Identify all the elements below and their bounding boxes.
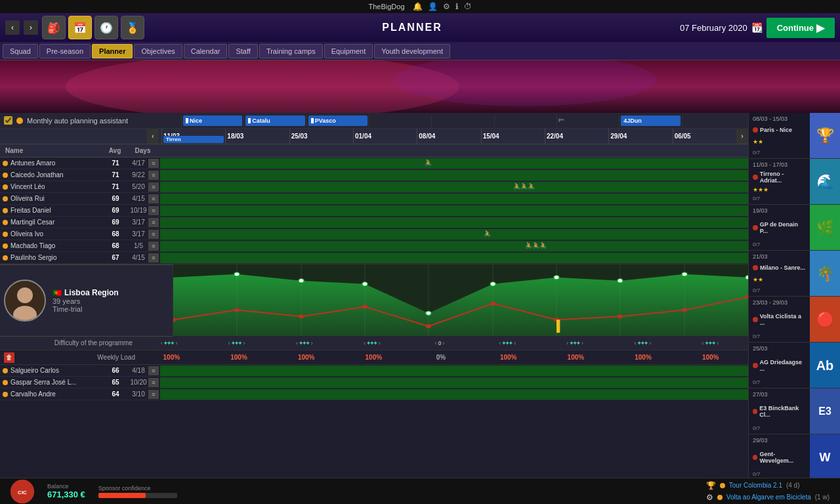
background-area [0, 60, 840, 113]
tirren-bar[interactable]: Tirren [163, 136, 224, 143]
player-info-button[interactable]: ≡ [148, 218, 159, 227]
wl-item-1: 100% [205, 351, 273, 364]
player-dot [3, 196, 8, 201]
planner-icon-button[interactable]: 📅 [68, 16, 92, 39]
continue-button[interactable]: Continue ▶ [766, 18, 835, 38]
diff-next-4[interactable]: › [443, 340, 445, 346]
tab-objectives[interactable]: Objectives [134, 44, 182, 58]
sponsor-label: Sponsor confidence [98, 485, 177, 492]
race-name-row: Gent-Wevelgem... [753, 451, 806, 464]
wl-item-5: 100% [474, 351, 542, 364]
svg-point-4 [17, 287, 33, 303]
tab-youth-development[interactable]: Youth development [374, 44, 450, 58]
nav-forward-button[interactable]: › [24, 20, 38, 35]
diff-prev-8[interactable]: ‹ [702, 340, 704, 346]
diff-next-0[interactable]: › [175, 340, 177, 346]
race-4jdun[interactable]: 4JDun [621, 116, 680, 126]
balance-value: 671,330 € [47, 490, 85, 499]
wl-item-4: 0% [408, 351, 475, 364]
gear-icon[interactable]: ⚙ [443, 2, 450, 11]
tab-staff[interactable]: Staff [228, 44, 257, 58]
user-icon[interactable]: 👤 [428, 2, 438, 11]
performance-chart [173, 264, 748, 336]
race-card-volta[interactable]: 23/03 - 29/03 Volta Ciclista a ... 0/7 🔴 [749, 297, 840, 343]
tab-calendar[interactable]: Calendar [184, 44, 228, 58]
delete-load-button[interactable]: 🗑 [4, 352, 14, 363]
tab-preseason[interactable]: Pre-season [39, 44, 91, 58]
table-row: Machado Tiago 68 1/5 ≡ 🚴🚴🚴 [0, 240, 748, 252]
date-label-1: 18/03 [227, 133, 243, 140]
diff-prev-6[interactable]: ‹ [566, 340, 568, 346]
race-thumb: 🌿 [810, 205, 840, 251]
race-slots: 0/7 [753, 471, 806, 477]
race-card-e3[interactable]: 27/03 E3 BinckBank Cl... 0/7 E3 [749, 388, 840, 434]
tab-training-camps[interactable]: Training camps [259, 44, 323, 58]
diff-prev-1[interactable]: ‹ [228, 340, 230, 346]
info-icon[interactable]: ℹ [455, 2, 459, 11]
race-card-denain[interactable]: 19/03 GP de Denain P... 0/7 🌿 [749, 205, 840, 251]
planner-area: Monthly auto planning assistant Nice [0, 113, 748, 478]
diff-next-8[interactable]: › [717, 340, 719, 346]
player-info-button[interactable]: ≡ [148, 182, 159, 192]
diff-prev-7[interactable]: ‹ [634, 340, 636, 346]
timeline-scroll-left[interactable]: ‹ [147, 129, 159, 144]
nav-back-button[interactable]: ‹ [5, 20, 20, 35]
player-days: 4/15 [129, 195, 148, 202]
race-thumb: 🌴 [810, 251, 840, 297]
diff-next-3[interactable]: › [379, 340, 381, 346]
race-card-tirreno[interactable]: 11/03 - 17/03 Tirreno - Adriat... ★★★ 0/… [749, 159, 840, 205]
race-thumb-text: W [820, 451, 831, 465]
race-card-driedaagse[interactable]: 25/03 AG Driedaagse ... 0/7 Ab [749, 343, 840, 388]
player-info-button[interactable]: ≡ [148, 366, 159, 375]
diff-next-6[interactable]: › [581, 340, 583, 346]
diff-next-5[interactable]: › [514, 340, 516, 346]
diff-next-2[interactable]: › [311, 340, 313, 346]
race-pvasco[interactable]: PVasco [308, 116, 368, 126]
auto-planning-checkbox[interactable] [4, 116, 12, 125]
diff-prev-2[interactable]: ‹ [296, 340, 298, 346]
wl-val-8: 100% [702, 354, 719, 361]
top-bar: TheBigDog 🔔 👤 ⚙ ℹ ⏱ [0, 0, 840, 13]
player-info-button[interactable]: ≡ [148, 159, 159, 168]
diff-next-7[interactable]: › [649, 340, 651, 346]
race-card-name: Paris - Nice [760, 127, 792, 133]
svg-point-16 [234, 308, 240, 312]
race-card-name: AG Driedaagse ... [760, 359, 806, 372]
table-row: Oliveira Rui 69 4/15 ≡ [0, 193, 748, 205]
player-dot [3, 220, 8, 225]
race-card-milano[interactable]: 21/03 Milano - Sanre... ★★ 0/7 🌴 [749, 251, 840, 297]
diff-prev-3[interactable]: ‹ [364, 340, 366, 346]
player-bar-fill [160, 253, 748, 263]
tab-planner[interactable]: Planner [92, 44, 133, 58]
player-info-button[interactable]: ≡ [148, 230, 159, 239]
medal-icon-button[interactable]: 🏅 [121, 16, 144, 39]
diff-prev-4[interactable]: ‹ [434, 340, 436, 346]
player-info-button[interactable]: ≡ [148, 378, 159, 387]
player-info-button[interactable]: ≡ [148, 390, 159, 399]
timeline-dates-row: ‹ 11/03 Tirren 18/03 25/03 [0, 129, 748, 144]
race-catalu[interactable]: Catalu [245, 116, 304, 126]
diff-prev-0[interactable]: ‹ [161, 340, 163, 346]
calendar-icon[interactable]: 📆 [751, 22, 763, 33]
svg-point-32 [682, 272, 687, 276]
race-card-gent[interactable]: 29/03 Gent-Wevelgem... 0/7 W [749, 434, 840, 478]
clock-icon-button[interactable]: 🕐 [94, 16, 118, 39]
tab-squad[interactable]: Squad [3, 44, 38, 58]
timeline-scroll-right[interactable]: › [736, 129, 748, 144]
player-days: 4/17 [129, 159, 148, 167]
player-info-button[interactable]: ≡ [148, 253, 159, 262]
player-info-button[interactable]: ≡ [148, 242, 159, 251]
player-info-button[interactable]: ≡ [148, 171, 159, 180]
player-info-button[interactable]: ≡ [148, 206, 159, 215]
tab-equipment[interactable]: Equipment [324, 44, 373, 58]
diff-next-1[interactable]: › [243, 340, 245, 346]
race-nice[interactable]: Nice [183, 116, 242, 126]
race-card-paris-nice[interactable]: 08/03 - 15/03 Paris - Nice ★★ 0/7 🏆 [749, 113, 840, 159]
race-card-e3-info: 27/03 E3 BinckBank Cl... 0/7 [749, 388, 810, 434]
player-info-button[interactable]: ≡ [148, 194, 159, 203]
timer-icon[interactable]: ⏱ [464, 2, 472, 11]
date-label-2: 25/03 [291, 133, 308, 140]
squad-icon-button[interactable]: 🎒 [42, 16, 66, 39]
bell-icon[interactable]: 🔔 [413, 2, 423, 11]
diff-prev-5[interactable]: ‹ [499, 340, 501, 346]
